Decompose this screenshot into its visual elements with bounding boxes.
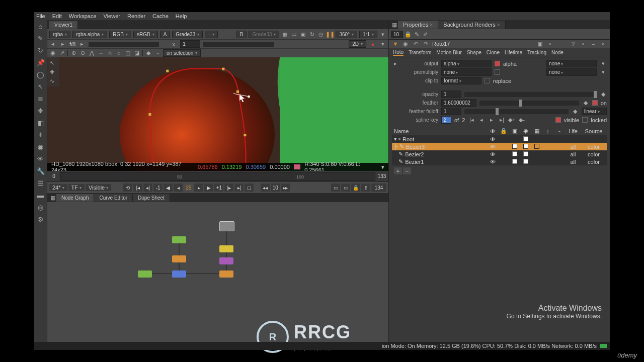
premult-select2[interactable]: none (546, 68, 597, 76)
falloff-field[interactable]: 1 (441, 108, 461, 115)
remove-point-icon[interactable]: ⊖ (79, 50, 86, 57)
sync-icon[interactable]: ⟲ (123, 184, 132, 192)
folder-icon[interactable]: ▬ (36, 190, 46, 200)
node-help-icon[interactable]: ? (570, 40, 577, 47)
ripple-icon[interactable]: ~ (154, 50, 161, 57)
t2-icon[interactable]: ◪ (133, 50, 140, 57)
scale-select[interactable]: 1:1 (359, 31, 377, 38)
locked-check[interactable] (582, 117, 588, 123)
snowflake-icon[interactable]: ✳ (36, 130, 46, 140)
node-yellow[interactable] (219, 245, 233, 252)
menu-edit[interactable]: Edit (52, 13, 62, 19)
timeline-end[interactable]: 133 (375, 173, 388, 179)
col-invert-icon[interactable]: ↕ (543, 128, 552, 134)
node-undo-icon[interactable]: ↶ (412, 40, 419, 47)
col-life[interactable]: Life (566, 128, 581, 134)
layer-select[interactable]: rgba.alpha (72, 31, 107, 38)
key-last-icon[interactable]: ▸| (498, 117, 505, 124)
visible-select[interactable]: Visible (86, 184, 111, 191)
node-redo-icon[interactable]: ↷ (422, 40, 429, 47)
timeline-track[interactable]: 50 100 (60, 172, 375, 181)
node-name[interactable]: Roto17 (432, 41, 450, 47)
panel-grip-icon[interactable]: ▦ (49, 194, 56, 201)
channel-select[interactable]: rgba (49, 31, 70, 38)
close-icon[interactable]: ○ (115, 50, 122, 57)
home-icon[interactable]: ⌂ (36, 21, 46, 31)
lock-icon[interactable]: 🔒 (351, 184, 360, 192)
node-eye-icon[interactable]: ◉ (402, 40, 409, 47)
key-next-icon[interactable]: ▸ (488, 117, 495, 124)
node-orange2[interactable] (219, 270, 233, 278)
cusp-icon[interactable]: ⋀ (88, 50, 95, 57)
pause-icon[interactable]: ❚❚ (327, 31, 334, 38)
feather-anim-icon[interactable]: ◆ (582, 100, 589, 107)
col-source[interactable]: Source (583, 128, 605, 134)
node-float-icon[interactable]: ▫ (580, 40, 587, 47)
col-motion-icon[interactable]: ~ (554, 128, 564, 134)
menu-render[interactable]: Render (127, 13, 145, 19)
stop-icon[interactable]: ◻ (245, 184, 254, 192)
col-color-icon[interactable]: ◉ (521, 128, 530, 134)
selection-mode-select[interactable]: on selection (163, 49, 201, 57)
export-icon[interactable]: ⇪ (361, 184, 370, 192)
menu-file[interactable]: File (36, 13, 45, 19)
key-first-icon[interactable]: |◂ (468, 117, 475, 124)
pointer-icon[interactable]: ◉ (49, 50, 56, 57)
output-drop-icon[interactable]: ▾ (600, 60, 607, 67)
arrow-icon[interactable]: ↖ (36, 81, 46, 92)
next-key-icon[interactable]: |▸ (224, 184, 233, 192)
node-read[interactable] (219, 221, 234, 231)
viewport[interactable]: ↖ ✚ ∿ HD_1080 1920x1080 bbox: 0 32 1920 … (47, 57, 388, 171)
step-fwd-icon[interactable]: ▸ (194, 184, 203, 192)
pin-icon[interactable]: 📌 (36, 57, 46, 67)
node-copy-icon[interactable]: ▫ (546, 40, 553, 47)
move-icon[interactable]: ✥ (36, 106, 46, 116)
shape-row-bezier1[interactable]: ✎ Bezier1 👁 allcolor (392, 158, 607, 165)
smooth-icon[interactable]: ⌢ (97, 50, 104, 57)
out-icon[interactable]: ▭ (341, 184, 350, 192)
first-frame-icon[interactable]: |◂ (133, 184, 142, 192)
loop-fwd-icon[interactable]: ▸▸ (281, 184, 290, 192)
feather-field[interactable]: 1.60000002 (441, 99, 476, 107)
tab-curve-editor[interactable]: Curve Editor (94, 194, 133, 202)
in-icon[interactable]: ▭ (331, 184, 340, 192)
tab-bg-renders[interactable]: Background Renders × (438, 21, 506, 29)
spline-cur[interactable]: 2 (441, 116, 451, 124)
gain-slider[interactable] (89, 42, 159, 47)
play-bwd-icon[interactable]: ◀ (164, 184, 173, 192)
wrench-icon[interactable]: 🔧 (36, 166, 46, 176)
loop-bwd-icon[interactable]: ◂◂ (261, 184, 270, 192)
gamma-slider[interactable] (203, 42, 274, 47)
roi-icon[interactable]: ▣ (299, 31, 306, 38)
clock-icon[interactable]: ◷ (317, 31, 325, 38)
add-tool-icon[interactable]: ✚ (48, 68, 55, 75)
last-frame-icon[interactable]: ▸| (234, 184, 244, 192)
lut-select[interactable]: sRGB (133, 31, 158, 38)
node-purple[interactable] (219, 257, 233, 264)
loop-count[interactable]: 10 (271, 184, 280, 192)
step-bwd-icon[interactable]: ◂ (174, 184, 183, 192)
tab-dope-sheet[interactable]: Dope Sheet (133, 194, 170, 202)
current-frame[interactable]: 25 (184, 185, 193, 191)
opacity-slider[interactable] (464, 92, 597, 97)
key-del-icon[interactable]: ◆- (518, 117, 525, 124)
add-point-icon[interactable]: ⊕ (70, 50, 77, 57)
tab-lifetime[interactable]: Lifetime (505, 50, 522, 55)
feather-on-check[interactable] (592, 100, 598, 106)
premult-select[interactable]: none (441, 68, 492, 76)
tab-roto[interactable]: Roto (393, 49, 404, 56)
input-b-select[interactable]: Grade33 (249, 31, 279, 38)
layers-icon[interactable]: ≣ (36, 94, 46, 104)
node-green1[interactable] (172, 236, 186, 243)
key-prev-icon[interactable]: ◂ (478, 117, 485, 124)
nav-next2-icon[interactable]: ▸ (78, 41, 86, 48)
wipe-icon[interactable]: ▦ (281, 31, 288, 38)
nav-next-icon[interactable]: ▸ (59, 41, 66, 48)
opacity-field[interactable]: 1 (441, 90, 461, 98)
tab-node-graph[interactable]: Node Graph (56, 194, 94, 202)
col-overlay-icon[interactable]: ▣ (510, 128, 519, 134)
replace-check[interactable] (485, 78, 490, 83)
add-shape-button[interactable]: + (394, 167, 402, 174)
menu-workspace[interactable]: Workspace (69, 13, 97, 19)
falloff-slider[interactable] (464, 109, 569, 114)
